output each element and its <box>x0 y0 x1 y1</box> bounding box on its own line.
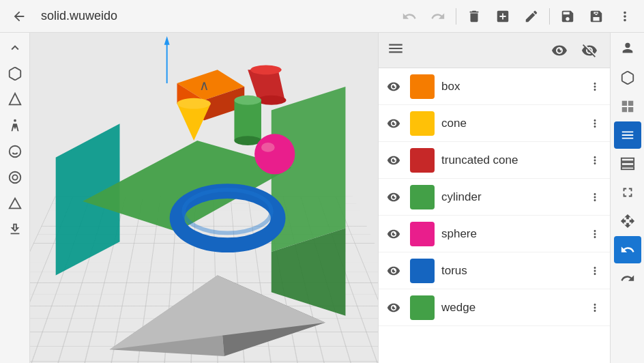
shape-item-wedge[interactable]: wedge <box>379 289 610 326</box>
svg-point-27 <box>261 143 275 152</box>
export-button[interactable] <box>3 217 27 242</box>
move-button[interactable] <box>614 207 641 235</box>
box-shape-button[interactable] <box>3 61 27 86</box>
shape-item-sphere[interactable]: sphere <box>379 216 610 252</box>
svg-rect-30 <box>621 158 633 162</box>
svg-point-0 <box>14 119 16 122</box>
page-title: solid.wuweido <box>41 9 393 23</box>
shape-item-cone[interactable]: cone <box>379 105 610 142</box>
shape-name-5: torus <box>441 264 579 278</box>
undo-button[interactable] <box>396 3 423 30</box>
delete-button[interactable] <box>460 3 488 30</box>
canvas-area: ∧ <box>30 33 378 363</box>
shape-more-1[interactable] <box>585 117 604 130</box>
shape-color-4 <box>410 222 435 246</box>
top-toolbar: solid.wuweido <box>0 0 644 33</box>
svg-rect-31 <box>621 162 633 166</box>
shape-more-2[interactable] <box>585 154 604 166</box>
shape-color-0 <box>410 74 435 99</box>
stack-button[interactable] <box>614 150 641 177</box>
shape-item-cylinder[interactable]: cylinder <box>379 179 610 216</box>
toolbar-right <box>396 3 639 30</box>
shape-more-5[interactable] <box>585 265 604 277</box>
scroll-up-indicator[interactable]: ∧ <box>199 77 209 93</box>
more-menu-button[interactable] <box>611 3 639 30</box>
panel-header <box>379 33 610 68</box>
shape-color-3 <box>410 185 435 209</box>
svg-point-5 <box>12 175 17 179</box>
panel-eye-closed-button[interactable] <box>577 38 602 63</box>
save-button[interactable] <box>554 3 581 30</box>
face-button[interactable] <box>3 139 27 164</box>
shape-more-6[interactable] <box>585 302 604 314</box>
shape-item-truncated-cone[interactable]: truncated cone <box>379 142 610 179</box>
shape-color-6 <box>410 295 435 320</box>
shape-item-box[interactable]: box <box>379 68 610 105</box>
ring-button[interactable] <box>3 165 27 190</box>
redo-action-button[interactable] <box>614 265 641 292</box>
figure-button[interactable] <box>3 113 27 138</box>
svg-point-24 <box>234 96 261 105</box>
shape-eye-0[interactable] <box>384 80 403 93</box>
back-button[interactable] <box>5 3 33 30</box>
grid-button[interactable] <box>614 93 641 120</box>
shape-name-6: wedge <box>441 301 579 315</box>
svg-point-19 <box>177 98 210 109</box>
shape-more-4[interactable] <box>585 228 604 240</box>
svg-marker-7 <box>164 36 170 45</box>
shape-more-0[interactable] <box>585 81 604 93</box>
shape-name-1: cone <box>441 117 579 130</box>
svg-rect-23 <box>234 100 261 141</box>
shape-eye-4[interactable] <box>384 227 403 241</box>
shape-eye-1[interactable] <box>384 117 403 130</box>
shape-more-3[interactable] <box>585 191 604 203</box>
svg-point-25 <box>234 136 261 145</box>
shape-color-1 <box>410 111 435 136</box>
main-area: ∧ box cone <box>0 33 644 363</box>
shape-eye-5[interactable] <box>384 264 403 278</box>
cone-shape-button[interactable] <box>3 87 27 112</box>
shape-color-5 <box>410 259 435 283</box>
shape-list: box cone truncated cone cylinder <box>379 68 610 363</box>
shape-name-3: cylinder <box>441 190 579 204</box>
cube-button[interactable] <box>614 64 641 91</box>
right-panel: box cone truncated cone cylinder <box>378 33 610 363</box>
shape-color-2 <box>410 148 435 173</box>
shape-name-2: truncated cone <box>441 154 579 167</box>
shape-eye-2[interactable] <box>384 154 403 167</box>
add-button[interactable] <box>489 3 516 30</box>
svg-point-4 <box>9 172 20 184</box>
left-sidebar <box>0 33 30 363</box>
shape-name-4: sphere <box>441 227 579 241</box>
save-as-button[interactable] <box>583 3 610 30</box>
toolbar-separator-1 <box>456 8 456 25</box>
svg-point-1 <box>9 146 20 158</box>
toolbar-separator-2 <box>549 8 550 25</box>
right-sidebar <box>610 33 644 363</box>
person-button[interactable] <box>614 35 641 63</box>
panel-eye-open-button[interactable] <box>547 38 572 63</box>
svg-rect-32 <box>621 167 633 170</box>
svg-marker-18 <box>177 104 210 141</box>
panel-header-icon <box>387 40 405 61</box>
svg-point-21 <box>250 65 281 74</box>
undo-action-button[interactable] <box>614 236 641 263</box>
edit-button[interactable] <box>518 3 545 30</box>
expand-button[interactable] <box>614 179 641 206</box>
move-up-button[interactable] <box>3 35 27 60</box>
shape-item-torus[interactable]: torus <box>379 252 610 289</box>
wedge-button[interactable] <box>3 191 27 216</box>
svg-point-26 <box>254 134 295 174</box>
shape-eye-6[interactable] <box>384 301 403 315</box>
shape-name-0: box <box>441 80 579 93</box>
layers-button[interactable] <box>614 121 641 149</box>
redo-button[interactable] <box>424 3 452 30</box>
shape-eye-3[interactable] <box>384 190 403 204</box>
